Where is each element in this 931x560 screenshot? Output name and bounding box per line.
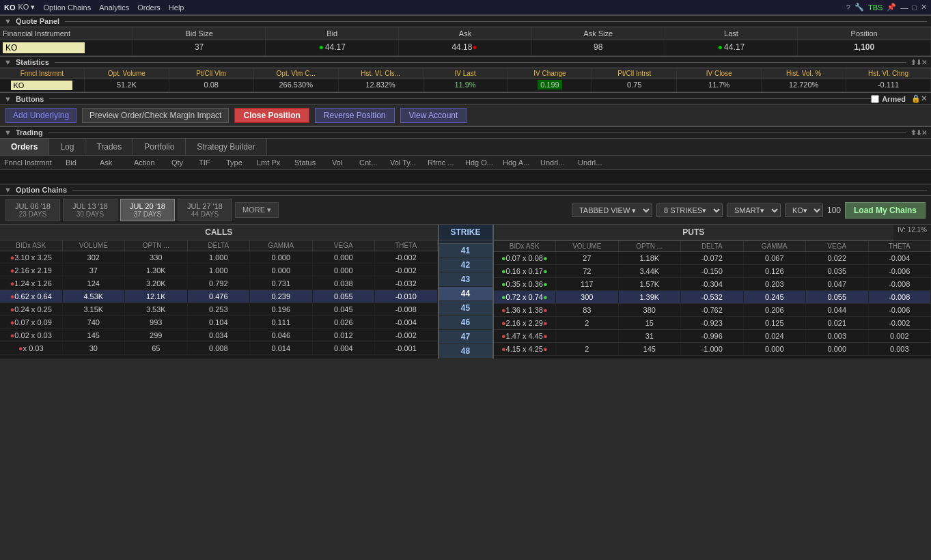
reverse-position-button[interactable]: Reverse Position (315, 108, 395, 123)
armed-checkbox[interactable] (871, 95, 879, 103)
calls-row-43[interactable]: ●1.24 x 1.26 124 3.20K 0.792 0.731 0.038… (0, 277, 438, 290)
puts-row-45[interactable]: ●1.36 x 1.38● 83 380 -0.762 0.206 0.044 … (494, 304, 932, 317)
settings-icon[interactable]: 🔧 (854, 3, 864, 12)
put-vega: 0.000 (806, 343, 869, 355)
put-volume: 27 (556, 252, 619, 264)
strike-row-43[interactable]: 43 (439, 272, 492, 287)
collapse-chains-arrow[interactable]: ▼ (4, 186, 12, 194)
puts-ch-bid-ask: BIDx ASK (494, 241, 557, 251)
strike-row-45[interactable]: 45 (439, 301, 492, 316)
put-vega: 0.021 (806, 317, 869, 329)
put-delta: -0.923 (681, 317, 744, 329)
calls-row-47[interactable]: ●0.02 x 0.03 145 299 0.034 0.046 0.012 -… (0, 329, 438, 342)
quote-panel-header: ▼ Quote Panel (0, 15, 931, 27)
view-account-button[interactable]: View Account (400, 108, 467, 123)
date-tab-jul06[interactable]: JUL 06 '18 23 DAYS (5, 199, 60, 221)
put-vega: 0.003 (806, 330, 869, 342)
add-underlying-button[interactable]: Add Underlying (5, 108, 77, 123)
th-lmt-px: Lmt Px (253, 157, 290, 168)
collapse-buttons-arrow[interactable]: ▼ (4, 95, 12, 103)
maximize-icon[interactable]: □ (912, 3, 917, 12)
put-vega: 0.022 (806, 252, 869, 264)
put-vega: 0.035 (806, 265, 869, 277)
minimize-icon[interactable]: — (900, 3, 908, 12)
put-volume: 83 (556, 304, 619, 316)
strike-row-44[interactable]: 44 (439, 287, 492, 301)
put-theta: 0.002 (869, 330, 932, 342)
symbol-select[interactable]: KO▾ (785, 204, 823, 217)
put-optn: 145 (619, 343, 682, 355)
puts-row-44[interactable]: ●0.72 x 0.74● 300 1.39K -0.532 0.245 0.0… (494, 291, 932, 304)
help-icon[interactable]: ? (846, 3, 850, 12)
put-optn: 15 (619, 317, 682, 329)
puts-row-48[interactable]: ●4.15 x 4.25● 2 145 -1.000 0.000 0.000 0… (494, 343, 932, 356)
calls-row-45[interactable]: ●0.24 x 0.25 3.15K 3.53K 0.253 0.196 0.0… (0, 303, 438, 316)
load-chains-button[interactable]: Load My Chains (845, 202, 926, 219)
put-delta: -1.000 (681, 343, 744, 355)
stats-instrument[interactable] (0, 79, 85, 92)
call-volume: 37 (63, 264, 126, 277)
strike-value: 45 (458, 301, 473, 315)
call-gamma: 0.000 (250, 251, 313, 264)
stats-iv-last: 11.9% (423, 79, 508, 92)
strike-row-46[interactable]: 46 (439, 316, 492, 330)
strike-row-47[interactable]: 47 (439, 330, 492, 344)
call-optn: 65 (125, 342, 188, 354)
strike-row-41[interactable]: 41 (439, 244, 492, 258)
collapse-stats-arrow[interactable]: ▼ (4, 58, 12, 66)
calls-row-46[interactable]: ●0.07 x 0.09 740 993 0.104 0.111 0.026 -… (0, 316, 438, 329)
put-theta: -0.006 (869, 304, 932, 316)
date-tab-jul20[interactable]: JUL 20 '18 37 DAYS (120, 199, 175, 221)
menu-help[interactable]: Help (169, 3, 184, 12)
puts-row-41[interactable]: ●0.07 x 0.08● 27 1.18K -0.072 0.067 0.02… (494, 252, 932, 265)
call-bid-ask: ●1.24 x 1.26 (0, 277, 63, 290)
menu-option-chains[interactable]: Option Chains (43, 3, 91, 12)
collapse-trading-arrow[interactable]: ▼ (4, 128, 12, 137)
strike-row-42[interactable]: 42 (439, 258, 492, 272)
puts-row-47[interactable]: ●1.47 x 4.45● 31 -0.996 0.024 0.003 0.00… (494, 330, 932, 343)
sh-hist-vol: Hist. Vol. % (762, 68, 846, 79)
instrument-input[interactable] (3, 42, 85, 53)
put-delta: -0.304 (681, 278, 744, 290)
close-position-button[interactable]: Close Position (234, 108, 309, 123)
calls-row-42[interactable]: ●2.16 x 2.19 37 1.30K 1.000 0.000 0.000 … (0, 264, 438, 277)
th-instrument: Fnncl Instrmnt (0, 157, 61, 168)
put-bid-ask: ●2.16 x 2.29● (494, 317, 557, 329)
date-tab-jul27[interactable]: JUL 27 '18 44 DAYS (178, 199, 232, 221)
stats-instrument-input[interactable] (11, 81, 72, 90)
pin-icon[interactable]: 📌 (887, 3, 896, 12)
puts-row-43[interactable]: ●0.35 x 0.36● 117 1.57K -0.304 0.203 0.0… (494, 278, 932, 291)
close-icon[interactable]: ✕ (921, 3, 927, 12)
calls-row-48[interactable]: ●x 0.03 30 65 0.008 0.014 0.004 -0.001 (0, 342, 438, 355)
collapse-quote-arrow[interactable]: ▼ (4, 17, 12, 25)
puts-row-46[interactable]: ●2.16 x 2.29● 2 15 -0.923 0.125 0.021 -0… (494, 317, 932, 330)
calls-ch-theta: THETA (375, 240, 438, 251)
calls-row-44[interactable]: ●0.62 x 0.64 4.53K 12.1K 0.476 0.239 0.0… (0, 290, 438, 303)
preview-order-button[interactable]: Preview Order/Check Margin Impact (82, 108, 229, 123)
menu-ko[interactable]: KO ▾ (18, 3, 36, 12)
calls-row-41[interactable]: ●3.10 x 3.25 302 330 1.000 0.000 0.000 -… (0, 251, 438, 264)
menu-orders[interactable]: Orders (137, 3, 161, 12)
more-dates-button[interactable]: MORE ▾ (235, 202, 279, 218)
tab-portfolio[interactable]: Portfolio (133, 139, 186, 155)
strikes-select[interactable]: 8 STRIKES▾ (656, 204, 723, 217)
smart-select[interactable]: SMART▾ (727, 204, 781, 217)
tab-log[interactable]: Log (49, 139, 85, 155)
quote-instrument[interactable] (0, 40, 133, 55)
sh-hst-vl-chng: Hst. Vl. Chng (846, 68, 931, 79)
tab-strategy-builder[interactable]: Strategy Builder (186, 139, 266, 155)
date-tab-jul13[interactable]: JUL 13 '18 30 DAYS (63, 199, 117, 221)
tab-orders[interactable]: Orders (0, 139, 49, 155)
put-vega: 0.047 (806, 278, 869, 290)
menu-analytics[interactable]: Analytics (99, 3, 129, 12)
sh-iv-change: IV Change (508, 68, 592, 79)
strike-row-48[interactable]: 48 (439, 344, 492, 359)
put-theta: -0.002 (869, 317, 932, 329)
put-vega: 0.044 (806, 304, 869, 316)
call-delta: 0.253 (188, 303, 251, 316)
tab-trades[interactable]: Trades (85, 139, 133, 155)
call-vega: 0.000 (313, 264, 376, 277)
puts-row-42[interactable]: ●0.16 x 0.17● 72 3.44K -0.150 0.126 0.03… (494, 265, 932, 278)
tabbed-view-select[interactable]: TABBED VIEW ▾ (572, 204, 652, 217)
put-volume: 72 (556, 265, 619, 277)
